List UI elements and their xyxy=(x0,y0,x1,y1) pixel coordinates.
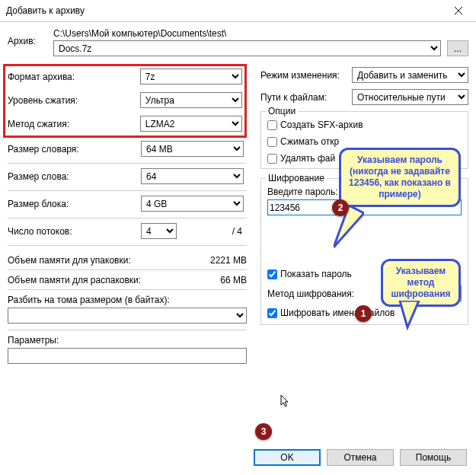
path-mode-select[interactable]: Относительные пути xyxy=(352,89,468,105)
enc-method-label: Метод шифрования: xyxy=(267,289,388,299)
delete-after-checkbox[interactable] xyxy=(267,154,277,164)
mem-pack-label: Объем памяти для упаковки: xyxy=(8,255,131,266)
browse-button[interactable]: ... xyxy=(447,40,468,56)
help-button[interactable]: Помощь xyxy=(400,449,467,466)
window-title: Добавить к архиву xyxy=(6,5,85,16)
callout-method: Указываем метод шифрования xyxy=(381,259,461,307)
titlebar: Добавить к архиву xyxy=(0,0,476,22)
encrypt-names-checkbox[interactable] xyxy=(267,308,277,318)
mem-unpack-label: Объем памяти для распаковки: xyxy=(8,275,141,285)
update-mode-select[interactable]: Добавить и заменить xyxy=(352,67,468,83)
sfx-label: Создать SFX-архив xyxy=(280,120,363,130)
threads-max: / 4 xyxy=(232,226,247,237)
marker-1: 1 xyxy=(355,305,372,322)
show-password-label: Показать пароль xyxy=(280,269,352,279)
split-label: Разбить на тома размером (в байтах): xyxy=(8,295,247,305)
marker-2: 2 xyxy=(332,199,349,216)
delete-after-label: Удалять фай xyxy=(280,153,335,164)
button-row: OK Отмена Помощь xyxy=(254,449,467,466)
level-select[interactable]: Ультра xyxy=(140,92,242,108)
split-select[interactable] xyxy=(8,308,247,324)
ok-button[interactable]: OK xyxy=(254,449,321,466)
cancel-button[interactable]: Отмена xyxy=(327,449,394,466)
encryption-title: Шифрование xyxy=(266,173,327,183)
params-label: Параметры: xyxy=(8,335,247,346)
encrypt-names-label: Шифровать имена файлов xyxy=(280,308,395,318)
threads-select[interactable]: 4 xyxy=(141,223,177,239)
path-mode-label: Пути к файлам: xyxy=(260,92,352,103)
method-select[interactable]: LZMA2 xyxy=(140,116,242,132)
highlight-box: Формат архива: 7z Уровень сжатия: Ультра… xyxy=(3,64,247,138)
archive-filename-select[interactable]: Docs.7z xyxy=(53,40,441,56)
params-input[interactable] xyxy=(8,348,247,364)
compress-shared-checkbox[interactable] xyxy=(267,137,277,147)
dict-select[interactable]: 64 MB xyxy=(141,141,244,157)
sfx-checkbox[interactable] xyxy=(267,120,277,130)
cursor-icon xyxy=(280,395,291,409)
word-select[interactable]: 64 xyxy=(141,168,244,184)
word-label: Размер слова: xyxy=(8,171,141,182)
archive-label: Архив: xyxy=(8,28,53,46)
block-label: Размер блока: xyxy=(8,199,141,209)
format-select[interactable]: 7z xyxy=(140,69,242,84)
threads-label: Число потоков: xyxy=(8,226,141,237)
update-mode-label: Режим изменения: xyxy=(260,70,352,81)
mem-pack-value: 2221 MB xyxy=(210,255,247,266)
options-title: Опции xyxy=(266,106,298,116)
marker-3: 3 xyxy=(255,423,272,440)
block-select[interactable]: 4 GB xyxy=(141,196,244,212)
compress-shared-label: Сжимать откр xyxy=(280,136,339,147)
format-label: Формат архива: xyxy=(8,72,140,82)
archive-path: C:\Users\Мой компьютер\Documents\test\ xyxy=(53,28,468,39)
close-icon[interactable] xyxy=(446,3,471,18)
mem-unpack-value: 66 MB xyxy=(220,275,247,285)
level-label: Уровень сжатия: xyxy=(8,95,140,106)
method-label: Метод сжатия: xyxy=(8,119,140,129)
callout-password: Указываем пароль (никогда не задавайте 1… xyxy=(339,148,461,207)
show-password-checkbox[interactable] xyxy=(267,269,277,279)
dict-label: Размер словаря: xyxy=(8,144,141,155)
